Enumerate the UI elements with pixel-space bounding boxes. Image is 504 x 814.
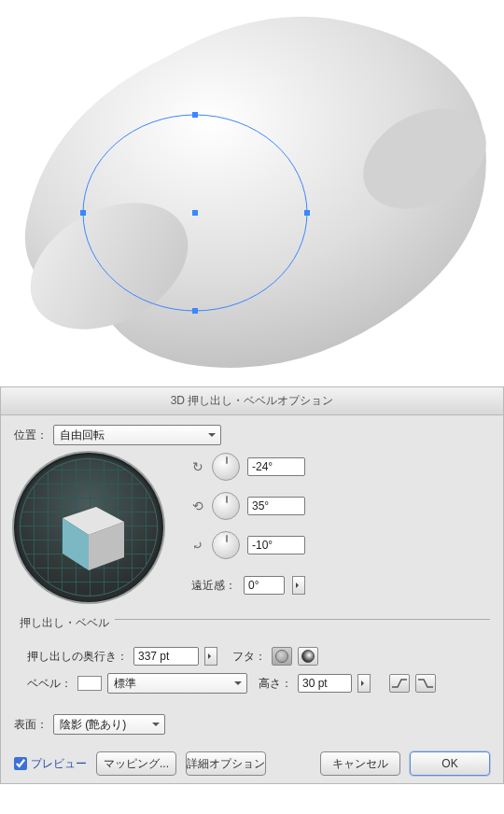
rotate-z-dial[interactable] [212, 531, 240, 559]
svg-rect-7 [192, 210, 198, 216]
trackball-cube [42, 481, 135, 574]
rotate-x-dial[interactable] [212, 453, 240, 481]
bevel-preview-swatch [77, 676, 102, 691]
cap-on-button[interactable] [272, 647, 292, 666]
preview-text: プレビュー [31, 756, 87, 772]
bevel-extent-in-button[interactable] [389, 674, 410, 693]
preview-checkbox[interactable] [14, 757, 27, 770]
cancel-button[interactable]: キャンセル [320, 751, 400, 776]
map-art-button[interactable]: マッピング... [96, 751, 176, 776]
bevel-select[interactable]: 標準 [107, 673, 247, 694]
svg-rect-3 [192, 112, 198, 118]
rotate-z-icon: ⤾ [191, 539, 204, 552]
preview-checkbox-label[interactable]: プレビュー [14, 756, 87, 772]
svg-rect-4 [192, 308, 198, 314]
position-select[interactable]: 自由回転 [53, 425, 221, 445]
3d-extrude-bevel-dialog: 3D 押し出し・ベベルオプション 位置： 自由回転 ↻ [0, 386, 504, 784]
cap-label: フタ： [232, 649, 266, 665]
depth-stepper[interactable] [204, 647, 217, 666]
position-label: 位置： [14, 428, 48, 443]
bevel-label: ベベル： [27, 676, 72, 692]
rendered-3d-object [8, 17, 503, 368]
rotate-x-icon: ↻ [191, 460, 204, 473]
bevel-extent-out-button[interactable] [415, 674, 436, 693]
surface-label: 表面： [14, 717, 48, 733]
rotate-x-input[interactable] [247, 457, 305, 476]
surface-select[interactable]: 陰影 (艶あり) [53, 714, 165, 735]
svg-rect-6 [304, 210, 310, 216]
extrude-group-label: 押し出し・ベベル [14, 615, 115, 631]
depth-input[interactable] [133, 647, 199, 666]
rotate-y-dial[interactable] [212, 492, 240, 520]
rotate-y-icon: ⟲ [191, 499, 204, 512]
ok-button[interactable]: OK [410, 751, 490, 776]
cap-off-button[interactable] [298, 647, 318, 666]
bevel-height-label: 高さ： [259, 676, 292, 692]
rotation-trackball[interactable] [14, 453, 163, 602]
artboard [0, 0, 504, 386]
svg-rect-5 [80, 210, 86, 216]
bevel-height-input[interactable] [298, 674, 352, 693]
bevel-height-stepper[interactable] [357, 674, 371, 693]
perspective-stepper[interactable] [292, 576, 305, 595]
more-options-button[interactable]: 詳細オプション [186, 751, 266, 776]
depth-label: 押し出しの奥行き： [27, 649, 128, 665]
dialog-title: 3D 押し出し・ベベルオプション [1, 387, 503, 415]
perspective-label: 遠近感： [191, 578, 236, 594]
rotate-z-input[interactable] [247, 536, 305, 554]
perspective-input[interactable] [244, 576, 285, 595]
rotate-y-input[interactable] [247, 497, 305, 515]
